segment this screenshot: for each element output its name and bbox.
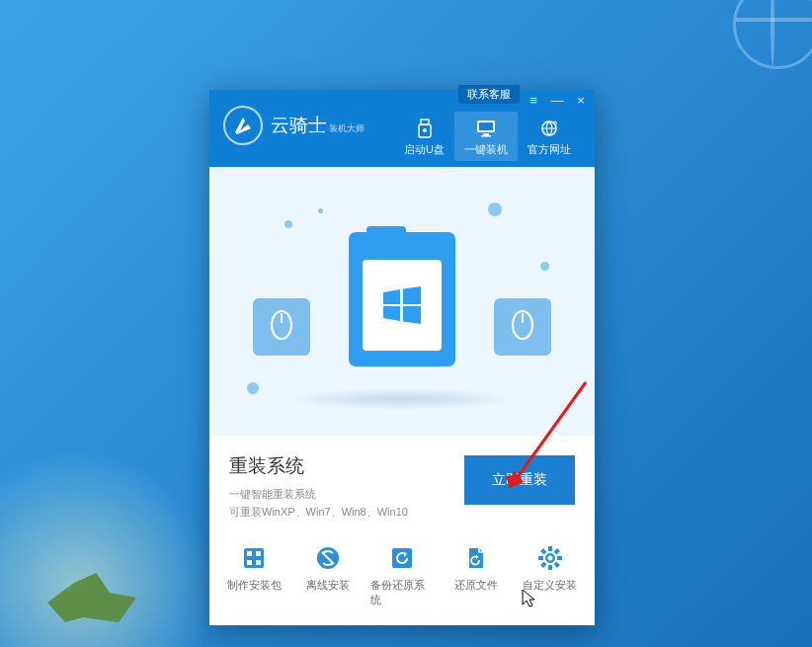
- gear-icon: [535, 543, 565, 573]
- tool-backup-restore-system[interactable]: 备份还原系统: [370, 543, 434, 607]
- restore-system-icon: [387, 543, 417, 573]
- contact-support-button[interactable]: 联系客服: [458, 85, 520, 104]
- svg-rect-25: [553, 548, 559, 554]
- svg-rect-28: [553, 562, 559, 568]
- device-left-icon: [253, 298, 310, 356]
- top-tabs: 启动U盘 一键装机 官方网址: [394, 112, 581, 161]
- svg-rect-5: [483, 133, 489, 135]
- svg-rect-15: [247, 560, 252, 565]
- device-right-icon: [494, 298, 551, 356]
- tool-label: 备份还原系统: [370, 578, 434, 607]
- svg-rect-23: [538, 556, 543, 560]
- title-bar: 联系客服 ≡ — × 云骑士装机大师 启动U盘: [209, 90, 595, 167]
- offline-icon: [313, 543, 343, 573]
- menu-button[interactable]: ≡: [526, 93, 541, 108]
- reinstall-now-button[interactable]: 立即重装: [464, 455, 575, 505]
- tool-custom-install[interactable]: 自定义安装: [519, 543, 582, 607]
- tool-restore-files[interactable]: 还原文件: [445, 543, 508, 607]
- action-subtitle: 一键智能重装系统: [229, 487, 448, 502]
- svg-rect-26: [540, 562, 546, 568]
- svg-rect-19: [392, 548, 412, 568]
- tab-label: 一键装机: [464, 142, 508, 157]
- tool-label: 自定义安装: [523, 578, 577, 593]
- hero-illustration: [209, 167, 595, 436]
- svg-rect-27: [540, 548, 546, 554]
- decorative-dot: [247, 382, 259, 394]
- svg-rect-16: [256, 560, 261, 565]
- globe-ie-icon: [538, 118, 560, 139]
- tab-one-click-install[interactable]: 一键装机: [454, 112, 518, 161]
- tool-make-package[interactable]: 制作安装包: [222, 543, 285, 607]
- decorative-dot: [540, 262, 549, 271]
- decorative-dot: [488, 202, 502, 216]
- svg-rect-6: [481, 135, 491, 137]
- app-window: 联系客服 ≡ — × 云骑士装机大师 启动U盘: [209, 90, 595, 625]
- svg-rect-14: [256, 551, 261, 556]
- tab-label: 官方网址: [528, 142, 571, 157]
- shadow-ellipse: [288, 388, 516, 410]
- brand-suffix: 装机大师: [329, 123, 365, 133]
- grid-icon: [239, 543, 269, 573]
- action-text: 重装系统 一键智能重装系统 可重装WinXP、Win7、Win8、Win10: [229, 453, 448, 520]
- svg-rect-4: [479, 122, 493, 130]
- monitor-icon: [475, 118, 497, 139]
- svg-rect-24: [557, 556, 562, 560]
- restore-file-icon: [461, 543, 491, 573]
- action-section: 重装系统 一键智能重装系统 可重装WinXP、Win7、Win8、Win10 立…: [209, 436, 595, 533]
- action-title: 重装系统: [229, 453, 448, 479]
- tool-label: 离线安装: [306, 578, 350, 593]
- tab-label: 启动U盘: [404, 142, 445, 157]
- svg-rect-0: [421, 120, 429, 124]
- logo-icon: [223, 106, 263, 145]
- center-device-icon: [349, 232, 455, 366]
- tool-offline-install[interactable]: 离线安装: [296, 543, 360, 607]
- svg-rect-21: [548, 546, 552, 551]
- logo-area: 云骑士装机大师: [223, 106, 365, 145]
- svg-point-29: [547, 556, 552, 561]
- decorative-dot: [318, 208, 323, 213]
- tool-label: 还原文件: [454, 578, 498, 593]
- action-supported-os: 可重装WinXP、Win7、Win8、Win10: [229, 505, 448, 520]
- background-globe-icon: [733, 0, 812, 69]
- svg-point-2: [423, 128, 427, 132]
- bottom-toolbar: 制作安装包 离线安装 备份还原系统 还原文件 自定义安装: [209, 533, 595, 625]
- windows-logo-icon: [377, 281, 427, 330]
- tool-label: 制作安装包: [227, 578, 282, 593]
- svg-rect-13: [247, 551, 252, 556]
- decorative-dot: [284, 220, 292, 228]
- tab-official-site[interactable]: 官方网址: [518, 112, 581, 161]
- close-button[interactable]: ×: [573, 93, 589, 108]
- window-controls: ≡ — ×: [526, 93, 589, 108]
- tab-boot-usb[interactable]: 启动U盘: [394, 112, 454, 161]
- brand-name: 云骑士: [271, 115, 327, 135]
- minimize-button[interactable]: —: [549, 93, 565, 108]
- svg-rect-22: [548, 565, 552, 570]
- usb-icon: [414, 118, 436, 139]
